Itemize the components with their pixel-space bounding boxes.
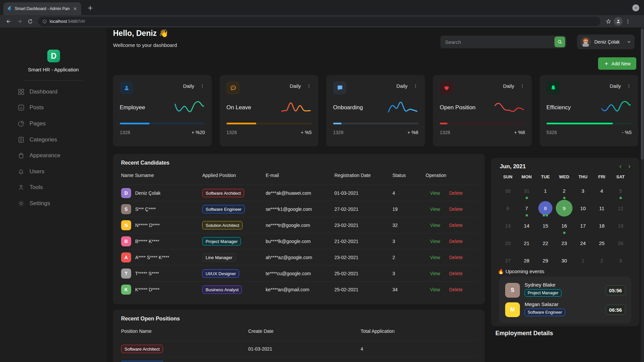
event-item[interactable]: M Megan Salazar Software Engineer 06:56 (505, 301, 625, 319)
calendar-day[interactable]: 29 (536, 252, 555, 269)
calendar-day[interactable]: 23 (555, 234, 574, 252)
calendar-day[interactable]: 2 (555, 182, 574, 199)
calendar-day[interactable]: 17 (574, 217, 592, 234)
tab-search-caret-icon[interactable] (632, 4, 639, 11)
page-scrollbar[interactable] (641, 27, 644, 362)
calendar-day[interactable]: 31 (517, 182, 536, 199)
view-link[interactable]: View (430, 190, 440, 196)
period-select[interactable]: Daily (396, 83, 408, 89)
calendar-day[interactable]: 25 (592, 234, 611, 252)
calendar-day[interactable]: 7 (517, 199, 536, 217)
period-select[interactable]: Daily (610, 83, 621, 89)
kebab-menu-icon[interactable] (306, 83, 312, 89)
delete-link[interactable]: Delete (449, 255, 463, 260)
calendar-day[interactable]: 8 (536, 199, 555, 217)
period-select[interactable]: Daily (183, 83, 194, 89)
calendar-day[interactable]: 10 (574, 199, 592, 217)
browser-profile-icon[interactable] (614, 17, 623, 26)
calendar-day[interactable]: 22 (536, 234, 555, 252)
view-link[interactable]: View (430, 206, 440, 212)
calendar-next-icon[interactable] (627, 164, 632, 169)
kebab-menu-icon[interactable] (626, 83, 632, 89)
calendar-prev-icon[interactable] (618, 164, 623, 169)
view-link[interactable]: View (430, 223, 440, 228)
calendar-day[interactable]: 15 (536, 217, 555, 234)
period-select[interactable]: Daily (290, 83, 301, 89)
sidebar-item-settings[interactable]: Settings (0, 195, 107, 212)
stat-cards-row: Daily Employee 1328 + %20 Daily (113, 75, 638, 146)
delete-link[interactable]: Delete (449, 190, 463, 196)
browser-menu-kebab-icon[interactable] (624, 17, 632, 26)
calendar-day[interactable]: 9 (555, 199, 574, 217)
delete-link[interactable]: Delete (449, 223, 463, 228)
view-link[interactable]: View (430, 287, 440, 292)
add-new-button[interactable]: Add New (598, 57, 636, 70)
view-link[interactable]: View (430, 239, 440, 244)
back-icon[interactable] (4, 17, 13, 26)
calendar-day[interactable]: 24 (574, 234, 592, 252)
calendar-day[interactable]: 6 (498, 199, 517, 217)
user-avatar (580, 37, 591, 47)
calendar-day[interactable]: 14 (517, 217, 536, 234)
calendar-day[interactable]: 30 (555, 252, 574, 269)
calendar-day[interactable]: 3 (611, 252, 630, 269)
calendar-day[interactable]: 4 (592, 182, 611, 199)
sidebar-item-pages[interactable]: Pages (0, 116, 107, 132)
sidebar-item-posts[interactable]: Posts (0, 100, 107, 116)
delete-link[interactable]: Delete (449, 271, 463, 276)
total-application: 4 (361, 346, 363, 352)
calendar-day[interactable]: 1 (536, 182, 555, 199)
calendar-day[interactable]: 11 (592, 199, 611, 217)
column-header: Registration Date (334, 173, 371, 178)
scrollbar-thumb[interactable] (641, 29, 644, 160)
user-menu[interactable]: Deniz Çolak (577, 35, 635, 49)
app-logo[interactable]: D (47, 50, 60, 62)
registration-date: 27-02-2021 (334, 206, 359, 212)
tab-close-icon[interactable] (72, 6, 78, 11)
calendar-day[interactable]: 28 (517, 252, 536, 269)
calendar-day[interactable]: 26 (611, 234, 630, 252)
delete-link[interactable]: Delete (449, 206, 463, 212)
calendar-day[interactable]: 2 (592, 252, 611, 269)
calendar-day[interactable]: 16 (555, 217, 574, 234)
sidebar-item-label: Dashboard (30, 88, 57, 95)
reload-icon[interactable] (26, 17, 35, 26)
browser-tab[interactable]: Smart Dashboard - Admin Pane (3, 2, 81, 15)
calendar-day[interactable]: 3 (574, 182, 592, 199)
site-info-icon[interactable] (42, 19, 47, 24)
calendar-day-header: SAT (611, 173, 630, 181)
delete-link[interactable]: Delete (449, 239, 463, 244)
sidebar-item-appearance[interactable]: Appearance (0, 147, 107, 164)
sidebar-item-label: Tools (30, 184, 43, 191)
bookmark-star-icon[interactable] (604, 17, 613, 26)
view-link[interactable]: View (430, 255, 440, 260)
kebab-menu-icon[interactable] (520, 83, 525, 89)
period-select[interactable]: Daily (503, 83, 514, 89)
kebab-menu-icon[interactable] (413, 83, 418, 89)
sidebar-item-categories[interactable]: Categories (0, 132, 107, 148)
calendar-day[interactable]: 20 (498, 234, 517, 252)
calendar-day[interactable]: 13 (498, 217, 517, 234)
calendar-day-header: FRI (592, 173, 611, 181)
address-bar[interactable]: localhost:54887/#/ (38, 17, 600, 26)
search-button[interactable] (554, 37, 565, 47)
calendar-day[interactable]: 5 (611, 182, 630, 199)
forward-icon[interactable] (15, 17, 24, 26)
calendar-day[interactable]: 30 (498, 182, 517, 199)
sidebar-item-users[interactable]: Users (0, 164, 107, 180)
new-tab-button[interactable] (87, 4, 94, 12)
event-item[interactable]: S Sydney Blake Project Manager 05:56 (505, 281, 625, 299)
delete-link[interactable]: Delete (449, 287, 463, 292)
kebab-menu-icon[interactable] (200, 83, 205, 89)
sidebar-item-tools[interactable]: Tools (0, 180, 107, 196)
sidebar-item-dashboard[interactable]: Dashboard (0, 84, 107, 100)
calendar-day[interactable]: 27 (498, 252, 517, 269)
calendar-day[interactable]: 21 (517, 234, 536, 252)
search-input[interactable] (440, 36, 551, 48)
view-link[interactable]: View (430, 271, 440, 276)
calendar-day[interactable]: 1 (574, 252, 592, 269)
candidate-email: ne****tr@google.com (266, 223, 310, 228)
calendar-day[interactable]: 12 (611, 199, 630, 217)
calendar-day[interactable]: 19 (611, 217, 630, 234)
calendar-day[interactable]: 18 (592, 217, 611, 234)
